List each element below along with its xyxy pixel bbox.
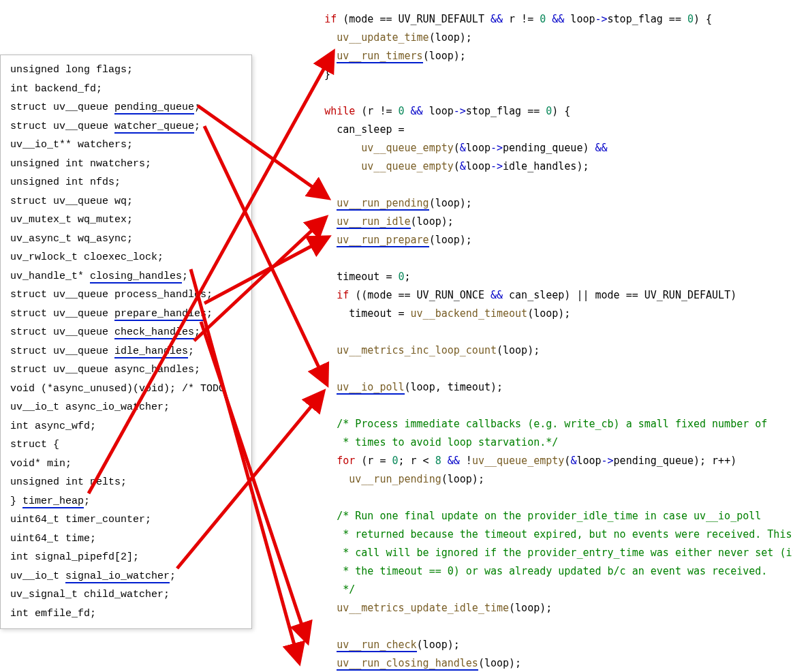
- field-pending-queue: pending_queue: [114, 102, 194, 114]
- struct-line: struct uv__queue prepare_handles;: [10, 305, 242, 324]
- struct-line: uv__io_t async_io_watcher;: [10, 398, 242, 417]
- struct-line: struct uv__queue wq;: [10, 192, 242, 211]
- field-timer-heap: timer_heap: [22, 495, 84, 508]
- struct-line: int async_wfd;: [10, 417, 242, 436]
- struct-line: uint64_t timer_counter;: [10, 510, 242, 530]
- struct-line: int signal_pipefd[2];: [10, 548, 242, 567]
- struct-line: unsigned int nwatchers;: [10, 155, 242, 174]
- struct-line: struct uv__queue process_handles;: [10, 286, 242, 305]
- call-run-check: uv__run_check: [337, 639, 416, 652]
- struct-line: struct uv__queue async_handles;: [10, 361, 242, 380]
- struct-line: uv__io_t** watchers;: [10, 136, 242, 155]
- call-run-prepare: uv__run_prepare: [337, 234, 429, 247]
- struct-line: struct uv__queue check_handles;: [10, 323, 242, 342]
- struct-line: uv__io_t signal_io_watcher;: [10, 567, 242, 586]
- call-run-closing-handles: uv__run_closing_handles: [337, 657, 478, 671]
- call-run-pending: uv__run_pending: [337, 197, 429, 211]
- field-closing-handles: closing_handles: [90, 271, 182, 284]
- struct-line: uv_signal_t child_watcher;: [10, 585, 242, 605]
- struct-line: uv_async_t wq_async;: [10, 230, 242, 249]
- struct-line: unsigned long flags;: [10, 61, 242, 80]
- struct-line: void* min;: [10, 455, 242, 474]
- struct-line: struct uv__queue watcher_queue;: [10, 117, 242, 136]
- field-idle-handles: idle_handles: [114, 346, 188, 358]
- field-check-handles: check_handles: [114, 326, 194, 339]
- struct-line: uv_rwlock_t cloexec_lock;: [10, 248, 242, 267]
- struct-line: uint64_t time;: [10, 530, 242, 549]
- struct-line: struct {: [10, 436, 242, 455]
- struct-line: unsigned int nfds;: [10, 173, 242, 192]
- struct-line: } timer_heap;: [10, 492, 242, 511]
- struct-line: void (*async_unused)(void); /* TODO: [10, 380, 242, 399]
- struct-line: uv_mutex_t wq_mutex;: [10, 211, 242, 230]
- struct-line: struct uv__queue pending_queue;: [10, 98, 242, 117]
- field-prepare-handles: prepare_handles: [114, 308, 206, 321]
- struct-line: struct uv__queue idle_handles;: [10, 342, 242, 361]
- struct-definition-box: unsigned long flags; int backend_fd; str…: [0, 55, 252, 629]
- struct-line: uv_handle_t* closing_handles;: [10, 267, 242, 286]
- field-watcher-queue: watcher_queue: [114, 121, 194, 134]
- run-loop-code: if (mode == UV_RUN_DEFAULT && r != 0 && …: [300, 10, 790, 672]
- field-signal-io-watcher: signal_io_watcher: [65, 570, 170, 583]
- call-run-idle: uv__run_idle: [337, 215, 410, 229]
- struct-line: unsigned int nelts;: [10, 473, 242, 492]
- struct-line: int backend_fd;: [10, 80, 242, 99]
- call-run-timers: uv__run_timers: [337, 50, 422, 63]
- call-io-poll: uv__io_poll: [337, 381, 404, 395]
- struct-line: int emfile_fd;: [10, 605, 242, 624]
